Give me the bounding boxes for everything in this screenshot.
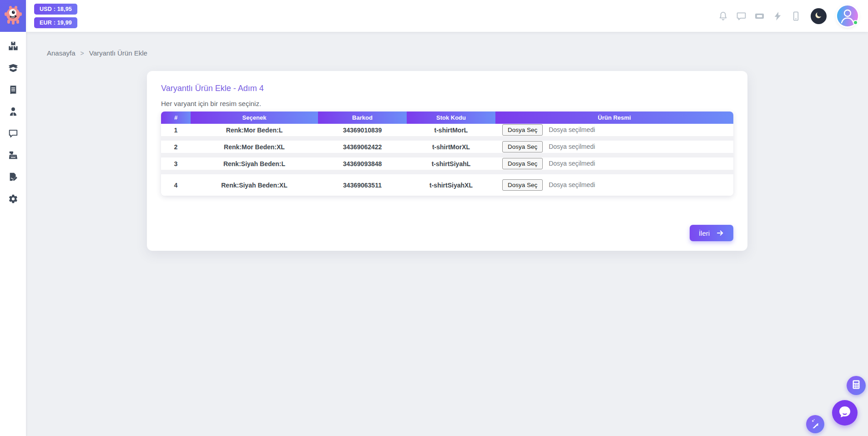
topbar-actions bbox=[718, 5, 858, 26]
products-boxes-icon bbox=[8, 41, 18, 53]
moon-icon bbox=[813, 10, 824, 22]
arrow-right-icon bbox=[716, 229, 724, 237]
cell-index: 3 bbox=[161, 157, 191, 174]
topbar: USD : 18,95 EUR : 19,99 bbox=[26, 0, 868, 32]
cell-index: 1 bbox=[161, 124, 191, 141]
magic-wand-fab[interactable] bbox=[806, 415, 824, 433]
bolt-icon bbox=[772, 11, 783, 23]
variant-step-card: Varyantlı Ürün Ekle - Adım 4 Her varyant… bbox=[147, 71, 747, 251]
table-row: 1 Renk:Mor Beden:L 34369010839 t-shirtMo… bbox=[161, 124, 733, 141]
header-stok-kodu: Stok Kodu bbox=[407, 112, 495, 124]
customer-icon bbox=[8, 106, 18, 118]
sidebar-item-settings[interactable] bbox=[8, 194, 18, 204]
chat-bubble-icon bbox=[8, 128, 18, 140]
breadcrumb-separator: > bbox=[81, 50, 84, 57]
cell-index: 4 bbox=[161, 174, 191, 196]
dark-mode-toggle[interactable] bbox=[811, 8, 827, 24]
file-select-button[interactable]: Dosya Seç bbox=[502, 158, 543, 169]
bell-icon bbox=[718, 11, 728, 23]
header-secenek: Seçenek bbox=[191, 112, 318, 124]
variant-table: # Seçenek Barkod Stok Kodu Ürün Resmi 1 … bbox=[161, 112, 733, 196]
file-select-button[interactable]: Dosya Seç bbox=[502, 141, 543, 152]
breadcrumb: Anasayfa > Varyantlı Ürün Ekle bbox=[47, 49, 147, 57]
sidebar-item-orders[interactable] bbox=[8, 63, 18, 73]
cell-secenek: Renk:Mor Beden:XL bbox=[191, 141, 318, 157]
file-status-text: Dosya seçilmedi bbox=[549, 143, 595, 150]
cell-stok: t-shirtSiyahXL bbox=[407, 174, 495, 196]
header-barkod: Barkod bbox=[318, 112, 407, 124]
cell-stok: t-shirtMorXL bbox=[407, 141, 495, 157]
open-box-icon bbox=[8, 63, 18, 75]
next-step-label: İleri bbox=[699, 229, 710, 237]
file-select-button[interactable]: Dosya Seç bbox=[502, 179, 543, 191]
file-status-text: Dosya seçilmedi bbox=[549, 181, 595, 188]
usd-rate-badge: USD : 18,95 bbox=[34, 4, 77, 15]
cell-file-input: Dosya Seç Dosya seçilmedi bbox=[495, 174, 733, 196]
file-status-text: Dosya seçilmedi bbox=[549, 126, 595, 133]
cell-barkod: 34369062422 bbox=[318, 141, 407, 157]
header-urun-resmi: Ürün Resmi bbox=[495, 112, 733, 124]
cell-secenek: Renk:Siyah Beden:L bbox=[191, 157, 318, 174]
cell-file-input: Dosya Seç Dosya seçilmedi bbox=[495, 157, 733, 174]
file-select-button[interactable]: Dosya Seç bbox=[502, 124, 543, 136]
next-step-button[interactable]: İleri bbox=[690, 225, 733, 241]
cell-secenek: Renk:Siyah Beden:XL bbox=[191, 174, 318, 196]
cash-register-icon bbox=[8, 150, 18, 162]
page-title: Varyantlı Ürün Ekle - Adım 4 bbox=[161, 83, 733, 94]
sidebar-nav bbox=[0, 32, 26, 204]
cell-barkod: 34369010839 bbox=[318, 124, 407, 141]
gear-icon bbox=[8, 194, 18, 206]
app-logo[interactable] bbox=[0, 0, 26, 32]
online-status-dot bbox=[853, 20, 858, 25]
sidebar-item-customers[interactable] bbox=[8, 106, 18, 117]
ticket-icon bbox=[754, 11, 765, 23]
phone-icon bbox=[791, 11, 801, 23]
page-subtitle: Her varyant için bir resim seçiniz. bbox=[161, 99, 733, 108]
cell-stok: t-shirtSiyahL bbox=[407, 157, 495, 174]
sidebar bbox=[0, 0, 26, 436]
breadcrumb-current: Varyantlı Ürün Ekle bbox=[89, 49, 147, 57]
sidebar-item-pos[interactable] bbox=[8, 150, 18, 160]
sidebar-item-products[interactable] bbox=[8, 41, 18, 51]
mobile-button[interactable] bbox=[791, 11, 801, 21]
table-header-row: # Seçenek Barkod Stok Kodu Ürün Resmi bbox=[161, 112, 733, 124]
cell-index: 2 bbox=[161, 141, 191, 157]
table-row: 2 Renk:Mor Beden:XL 34369062422 t-shirtM… bbox=[161, 141, 733, 157]
cell-secenek: Renk:Mor Beden:L bbox=[191, 124, 318, 141]
table-row: 3 Renk:Siyah Beden:L 34369093848 t-shirt… bbox=[161, 157, 733, 174]
header-index: # bbox=[161, 112, 191, 124]
currency-badges: USD : 18,95 EUR : 19,99 bbox=[34, 4, 77, 28]
eur-rate-badge: EUR : 19,99 bbox=[34, 17, 77, 28]
notifications-button[interactable] bbox=[718, 11, 728, 21]
file-status-text: Dosya seçilmedi bbox=[549, 160, 595, 167]
chat-fab-icon bbox=[838, 405, 852, 421]
calculator-fab[interactable] bbox=[847, 376, 866, 395]
messages-button[interactable] bbox=[736, 11, 747, 21]
support-chat-fab[interactable] bbox=[832, 400, 858, 426]
magic-wand-icon bbox=[810, 418, 820, 430]
sidebar-item-messages[interactable] bbox=[8, 128, 18, 138]
document-pen-icon bbox=[8, 172, 18, 184]
quick-actions-button[interactable] bbox=[772, 11, 783, 21]
cell-file-input: Dosya Seç Dosya seçilmedi bbox=[495, 124, 733, 141]
table-row: 4 Renk:Siyah Beden:XL 34369063511 t-shir… bbox=[161, 174, 733, 196]
cell-file-input: Dosya Seç Dosya seçilmedi bbox=[495, 141, 733, 157]
sidebar-item-notes[interactable] bbox=[8, 172, 18, 182]
cell-barkod: 34369093848 bbox=[318, 157, 407, 174]
cell-barkod: 34369063511 bbox=[318, 174, 407, 196]
user-avatar[interactable] bbox=[837, 5, 858, 26]
receipt-icon bbox=[8, 85, 18, 96]
tickets-button[interactable] bbox=[754, 11, 765, 21]
calculator-icon bbox=[851, 380, 861, 391]
monster-logo-icon bbox=[4, 5, 23, 27]
message-icon bbox=[736, 11, 747, 23]
page: { "topbar": { "currency_badges": [ { "la… bbox=[0, 0, 868, 436]
cell-stok: t-shirtMorL bbox=[407, 124, 495, 141]
breadcrumb-home[interactable]: Anasayfa bbox=[47, 49, 76, 57]
sidebar-item-invoices[interactable] bbox=[8, 85, 18, 95]
